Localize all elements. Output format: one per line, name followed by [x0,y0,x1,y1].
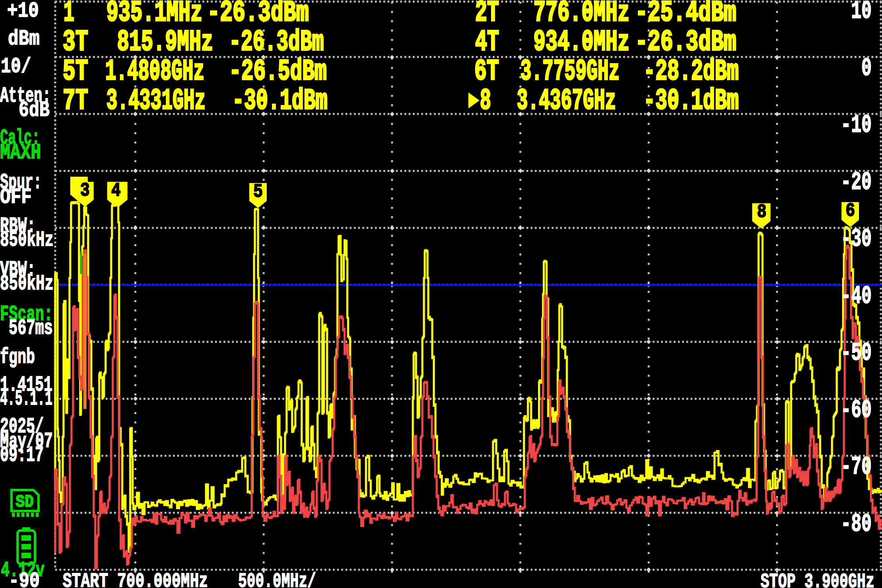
svg-text:815.9MHz: 815.9MHz [117,25,213,59]
svg-text:-70: -70 [841,453,872,481]
svg-text:-30.1dBm: -30.1dBm [232,84,327,118]
svg-text:4: 4 [111,180,121,201]
svg-text:850kHz: 850kHz [0,228,54,252]
svg-text:500.0MHz/: 500.0MHz/ [238,569,316,588]
svg-text:0: 0 [861,54,872,82]
svg-text:3.4367GHz: 3.4367GHz [517,84,616,118]
svg-text:10/: 10/ [1,55,31,79]
svg-text:6dB: 6dB [19,98,50,122]
svg-text:-10: -10 [841,111,872,139]
svg-text:-80: -80 [841,510,872,538]
svg-text:-26.3dBm: -26.3dBm [635,25,736,59]
svg-text:567ms: 567ms [9,316,53,340]
svg-text:850kHz: 850kHz [0,272,54,296]
svg-text:-26.3dBm: -26.3dBm [229,25,324,59]
svg-text:10: 10 [851,0,872,25]
svg-text:-26.5dBm: -26.5dBm [229,55,327,88]
svg-text:4T: 4T [475,25,499,59]
svg-text:-30: -30 [841,225,872,253]
svg-text:STOP 3.900GHz: STOP 3.900GHz [761,570,874,588]
svg-text:-40: -40 [841,282,872,310]
svg-text:+10: +10 [7,0,39,23]
svg-text:MAXH: MAXH [0,141,41,165]
svg-text:-28.2dBm: -28.2dBm [643,55,739,88]
svg-text:6: 6 [845,200,855,222]
svg-text:-60: -60 [841,396,872,424]
svg-text:dBm: dBm [8,27,40,51]
svg-text:-50: -50 [841,339,872,367]
svg-text:SD: SD [15,492,34,512]
svg-text:3T: 3T [63,25,88,59]
svg-text:6T: 6T [474,55,499,88]
svg-text:3: 3 [80,180,90,201]
svg-text:START 700.000MHz: START 700.000MHz [63,569,208,588]
svg-text:934.0MHz: 934.0MHz [533,25,630,59]
svg-text:1.4808GHz: 1.4808GHz [105,55,204,88]
svg-text:8: 8 [757,201,766,223]
svg-text:-90: -90 [9,569,40,588]
svg-text:7T: 7T [63,84,88,118]
svg-text:5T: 5T [63,55,88,88]
svg-text:3.4331GHz: 3.4331GHz [106,84,206,118]
svg-text:-20: -20 [841,168,872,196]
svg-text:8: 8 [480,84,491,118]
svg-text:OFF: OFF [0,185,32,209]
svg-text:3.7759GHz: 3.7759GHz [520,55,620,88]
svg-text:fgnb: fgnb [0,345,35,369]
svg-text:-30.1dBm: -30.1dBm [643,84,739,118]
svg-text:09:17: 09:17 [0,443,44,467]
svg-text:5: 5 [253,181,263,202]
svg-text:4.5.1.1: 4.5.1.1 [0,387,52,411]
